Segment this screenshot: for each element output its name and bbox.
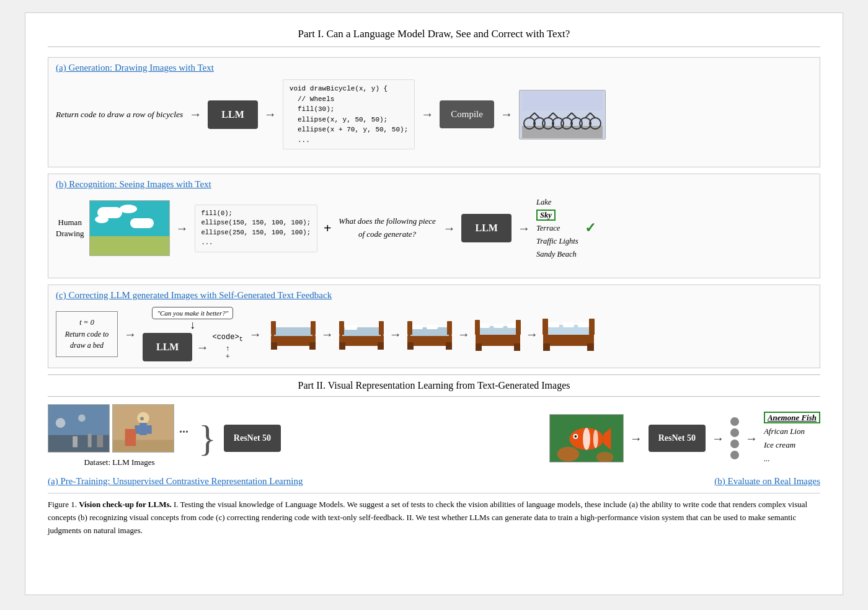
main-title: Part I. Can a Language Model Draw, See a… — [48, 28, 820, 47]
part-b-row: Human Drawing → fill(0); ellipse(150, 15… — [56, 196, 812, 260]
arrow-resnet: → — [630, 431, 642, 446]
arrow-choices: → — [745, 431, 758, 446]
resnet-box-b: ResNet 50 — [649, 425, 706, 452]
svg-point-80 — [596, 452, 613, 462]
arrow-c1: → — [124, 327, 136, 342]
svg-rect-41 — [480, 324, 490, 328]
svg-rect-35 — [407, 342, 414, 350]
svg-rect-71 — [140, 417, 144, 420]
real-image-block: → ResNet 50 → → Anemone Fish African Lio… — [549, 411, 820, 466]
correction-t0-box: t = 0 Return code to draw a bed — [56, 311, 118, 357]
svg-rect-39 — [476, 334, 520, 346]
bed-stage-5 — [541, 316, 596, 352]
arrow-bed3: → — [458, 327, 470, 342]
arrow-b1: → — [176, 221, 188, 236]
down-arrow-icon: ↓ — [190, 319, 195, 330]
caption-figure-label: Figure 1. — [48, 500, 77, 509]
svg-rect-26 — [345, 325, 357, 330]
ellipsis-between: ... — [177, 422, 191, 436]
part-ii-title: Part II. Visual Representation Learning … — [48, 374, 820, 397]
svg-point-78 — [574, 435, 577, 438]
svg-line-12 — [572, 113, 577, 118]
svg-rect-48 — [543, 334, 594, 346]
fish-photo — [549, 414, 624, 462]
dot-2 — [730, 428, 739, 437]
arrow-2: → — [264, 107, 277, 122]
svg-rect-50 — [548, 322, 559, 327]
compile-box: Compile — [440, 100, 494, 128]
llm-image-set: ... — [48, 404, 191, 453]
part-ii-b-label: (b) Evaluate on Real Images — [714, 476, 820, 487]
svg-rect-17 — [522, 91, 603, 111]
part-ii-row: ... Dataset: LLM Images } ResNet 50 — [48, 404, 820, 472]
arrow-3: → — [421, 107, 433, 122]
arrow-b3: → — [518, 221, 530, 236]
arrow-1: → — [189, 107, 202, 122]
svg-rect-36 — [446, 342, 452, 350]
svg-rect-28 — [378, 342, 384, 350]
svg-rect-22 — [271, 321, 276, 335]
svg-point-60 — [78, 414, 86, 422]
dataset-label: Dataset: LLM Images — [84, 457, 154, 467]
svg-point-74 — [583, 428, 590, 449]
llm-box-b: LLM — [461, 214, 511, 242]
up-arrow-icon: ↑ — [226, 345, 229, 352]
llm-code-row: LLM → <code>t ↑ + — [143, 333, 243, 361]
svg-rect-38 — [447, 321, 452, 335]
bed-stage-1 — [268, 316, 319, 352]
feedback-bubble: "Can you make it better?" — [152, 307, 233, 319]
output-dots — [730, 417, 739, 459]
bed-stage-2 — [336, 316, 387, 352]
svg-rect-18 — [271, 335, 316, 346]
choice-traffic: Traffic Lights — [536, 235, 578, 247]
svg-rect-46 — [475, 320, 480, 335]
recognition-question: What does the following piece of code ge… — [337, 215, 436, 241]
main-page: Part I. Can a Language Model Draw, See a… — [25, 12, 843, 595]
svg-rect-44 — [476, 343, 482, 351]
section-a: (a) Generation: Drawing Images with Text… — [48, 57, 820, 167]
svg-rect-30 — [379, 321, 384, 335]
svg-rect-27 — [339, 342, 345, 350]
recognition-code: fill(0); ellipse(150, 150, 100, 100); el… — [195, 205, 317, 252]
svg-rect-51 — [563, 322, 574, 327]
bottom-labels-row: (a) Pre-Training: Unsupervised Contrasti… — [48, 476, 820, 487]
arrow-bed2: → — [389, 327, 402, 342]
svg-point-79 — [557, 447, 578, 462]
resnet-box-a: ResNet 50 — [224, 425, 281, 452]
dot-4 — [730, 451, 739, 459]
section-c: (c) Correcting LLM generated Images with… — [48, 285, 820, 368]
svg-rect-52 — [578, 322, 589, 327]
arrow-c3: → — [249, 327, 262, 342]
pred-ellipsis: ... — [764, 452, 820, 466]
svg-rect-61 — [73, 436, 78, 448]
llm-dataset-img-1 — [48, 404, 110, 453]
svg-rect-21 — [309, 342, 316, 350]
pred-anemone: Anemone Fish — [764, 411, 820, 425]
bed-stage-3 — [404, 316, 455, 352]
code-t-label: <code>t — [212, 333, 242, 343]
svg-rect-20 — [271, 342, 277, 350]
arrow-bed4: → — [526, 327, 538, 342]
svg-line-16 — [590, 113, 595, 118]
choice-sandy: Sandy Beach — [536, 248, 578, 260]
part-c-row: t = 0 Return code to draw a bed → "Can y… — [56, 307, 812, 361]
svg-rect-62 — [88, 434, 92, 448]
figure-caption: Figure 1. Vision check-up for LLMs. I. T… — [48, 493, 820, 537]
feedback-area: "Can you make it better?" ↓ — [152, 307, 233, 330]
svg-rect-55 — [542, 319, 548, 335]
pred-icecream: Ice cream — [764, 438, 820, 452]
plus-c-icon: + — [226, 352, 230, 361]
svg-line-11 — [567, 113, 572, 118]
dot-3 — [730, 440, 739, 448]
svg-line-15 — [585, 113, 590, 118]
svg-line-4 — [534, 113, 539, 118]
arrow-b2: → — [443, 221, 455, 236]
choice-lake: Lake — [536, 196, 578, 208]
svg-rect-56 — [589, 319, 595, 335]
part-a-row: Return code to draw a row of bicycles → … — [56, 79, 812, 149]
caption-bold-text: Vision check-up for LLMs. — [79, 500, 172, 509]
bicycle-output-image — [519, 90, 606, 139]
svg-rect-33 — [412, 325, 423, 329]
svg-rect-37 — [407, 321, 412, 335]
svg-line-8 — [553, 113, 558, 118]
